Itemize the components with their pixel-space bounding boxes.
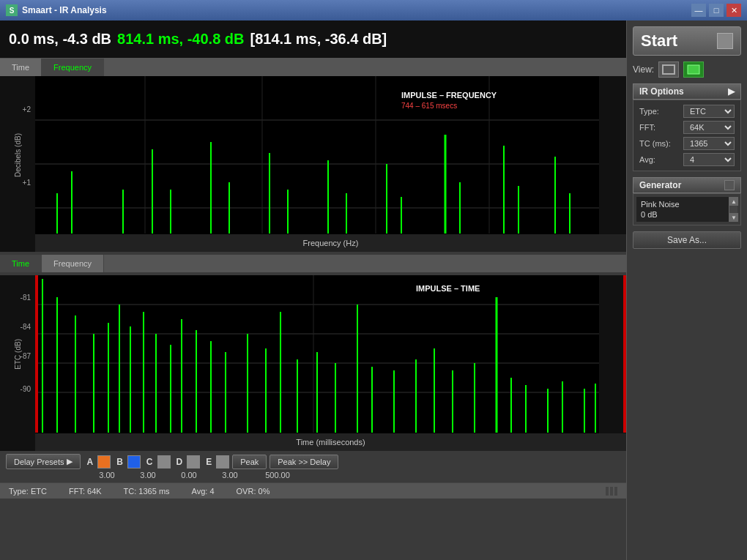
preset-a-color-button[interactable] xyxy=(97,455,111,468)
delay-presets-label: Delay Presets xyxy=(14,458,64,466)
view-btn-outline[interactable] xyxy=(658,61,679,78)
scroll-up-arrow[interactable]: ▲ xyxy=(729,197,738,206)
status-ovr: OVR: 0% xyxy=(237,487,270,496)
preset-d-group: D xyxy=(174,455,201,468)
top-chart-x-label: Frequency (Hz) xyxy=(35,234,626,252)
tc-label: TC (ms): xyxy=(639,139,671,148)
ir-options-label: IR Options xyxy=(639,86,684,97)
fft-row: FFT: 64K xyxy=(636,119,737,135)
type-row: Type: ETC xyxy=(636,103,737,119)
fft-label: FFT: xyxy=(639,123,655,132)
peak-button[interactable]: Peak xyxy=(232,455,267,469)
top-tab-frequency[interactable]: Frequency xyxy=(42,59,104,76)
generator-checkbox[interactable] xyxy=(724,180,735,190)
peak-delay-button[interactable]: Peak >> Delay xyxy=(270,455,338,469)
delay-presets-button[interactable]: Delay Presets ▶ xyxy=(6,454,81,469)
display-part3: [814.1 ms, -36.4 dB] xyxy=(250,31,387,48)
ir-options-header[interactable]: IR Options ▶ xyxy=(633,83,741,100)
bottom-chart: ETC (dB) -81 -84 -87 -90 xyxy=(0,275,626,451)
ir-options-section: IR Options ▶ Type: ETC FFT: 64K TC xyxy=(633,83,741,171)
titlebar-controls: — □ ✕ xyxy=(691,4,741,17)
statusbar: Type: ETC FFT: 64K TC: 1365 ms Avg: 4 OV… xyxy=(0,482,626,499)
preset-d-color-button[interactable] xyxy=(187,455,200,468)
preset-e-value: 500.00 xyxy=(252,471,303,479)
preset-b-color-button[interactable] xyxy=(127,455,141,468)
close-button[interactable]: ✕ xyxy=(726,4,741,17)
preset-a-group: A xyxy=(83,455,111,468)
preset-b-label: B xyxy=(114,455,126,468)
preset-e-group: E xyxy=(203,455,229,468)
measurement-display: 0.0 ms, -4.3 dB 814.1 ms, -40.8 dB [814.… xyxy=(0,20,626,59)
top-tab-time[interactable]: Time xyxy=(0,59,42,76)
svg-rect-74 xyxy=(663,65,674,74)
delay-presets-arrow: ▶ xyxy=(67,457,73,466)
preset-c-group: C xyxy=(144,455,171,468)
ir-options-arrow: ▶ xyxy=(728,86,735,97)
main-content: 0.0 ms, -4.3 dB 814.1 ms, -40.8 dB [814.… xyxy=(0,20,747,560)
titlebar-title: Smaart - IR Analysis xyxy=(22,5,107,15)
avg-label: Avg: xyxy=(639,155,655,164)
bottom-tab-frequency[interactable]: Frequency xyxy=(42,255,104,272)
value-row: 3.00 3.00 0.00 3.00 500.00 xyxy=(6,471,620,479)
avg-select[interactable]: 4 xyxy=(683,153,735,166)
ir-options-body: Type: ETC FFT: 64K TC (ms): 1365 xyxy=(633,100,741,171)
preset-a-label: A xyxy=(83,455,96,468)
view-filled-icon xyxy=(687,64,700,75)
generator-scrollbar[interactable]: ▲ ▼ xyxy=(729,197,737,222)
svg-text:744 – 615 msecs: 744 – 615 msecs xyxy=(401,102,457,110)
preset-c-value: 0.00 xyxy=(170,471,208,479)
bottom-chart-y-label: ETC (dB) xyxy=(14,339,22,370)
minimize-button[interactable]: — xyxy=(691,4,706,17)
titlebar: S Smaart - IR Analysis — □ ✕ xyxy=(0,0,747,20)
top-chart-container: Time Frequency Decibels (dB) +2 +1 xyxy=(0,59,626,252)
start-label: Start xyxy=(641,31,677,51)
top-chart-tabs: Time Frequency xyxy=(0,59,626,76)
svg-text:IMPULSE – FREQUENCY: IMPULSE – FREQUENCY xyxy=(401,91,497,100)
generator-type: Pink Noise xyxy=(641,200,726,209)
display-part1: 0.0 ms, -4.3 dB xyxy=(9,31,111,48)
scroll-track xyxy=(729,206,737,213)
tc-select[interactable]: 1365 xyxy=(683,137,735,150)
preset-a-value: 3.00 xyxy=(88,471,126,479)
start-button[interactable]: Start xyxy=(633,26,741,56)
left-panel: 0.0 ms, -4.3 dB 814.1 ms, -40.8 dB [814.… xyxy=(0,20,626,560)
status-type: Type: ETC xyxy=(9,487,47,496)
avg-row: Avg: 4 xyxy=(636,152,737,168)
type-label: Type: xyxy=(639,107,659,116)
start-square-icon xyxy=(717,33,733,49)
view-btn-filled[interactable] xyxy=(683,61,704,78)
status-tc: TC: 1365 ms xyxy=(124,487,170,496)
generator-header[interactable]: Generator xyxy=(633,177,741,193)
type-select[interactable]: ETC xyxy=(683,105,735,118)
preset-row: Delay Presets ▶ A B C xyxy=(6,454,620,469)
preset-e-color-button[interactable] xyxy=(216,455,229,468)
bottom-chart-tabs: Time Frequency xyxy=(0,255,626,272)
view-label: View: xyxy=(633,64,654,75)
status-avg: Avg: 4 xyxy=(192,487,215,496)
save-as-button[interactable]: Save As... xyxy=(633,231,741,249)
top-chart-svg: 5k 6k 7k 8k IMPULSE – FREQUENCY 744 – 61… xyxy=(35,76,599,252)
preset-c-color-button[interactable] xyxy=(157,455,171,468)
preset-b-value: 3.00 xyxy=(129,471,167,479)
top-chart-y-label: Decibels (dB) xyxy=(14,133,22,177)
preset-c-label: C xyxy=(144,455,156,468)
maximize-button[interactable]: □ xyxy=(709,4,724,17)
preset-d-label: D xyxy=(174,455,186,468)
fft-select[interactable]: 64K xyxy=(683,121,735,134)
view-outline-icon xyxy=(662,64,675,75)
status-fft: FFT: 64K xyxy=(69,487,102,496)
preset-b-group: B xyxy=(114,455,141,468)
app-icon: S xyxy=(6,4,18,16)
generator-content: Pink Noise 0 dB ▲ ▼ xyxy=(636,197,737,222)
generator-level: 0 dB xyxy=(641,210,726,219)
top-chart: Decibels (dB) +2 +1 xyxy=(0,76,626,252)
tc-row: TC (ms): 1365 xyxy=(636,135,737,152)
bottom-chart-svg: 750 800 IMPULSE – TIME xyxy=(35,275,599,451)
preset-e-label: E xyxy=(203,455,215,468)
generator-section: Generator Pink Noise 0 dB ▲ ▼ xyxy=(633,177,741,225)
bottom-chart-container: Time Frequency ETC (dB) -81 -84 -87 -90 xyxy=(0,255,626,451)
display-part2: 814.1 ms, -40.8 dB xyxy=(117,31,244,48)
bottom-tab-time[interactable]: Time xyxy=(0,255,42,272)
scroll-down-arrow[interactable]: ▼ xyxy=(729,213,738,222)
generator-label: Generator xyxy=(639,180,681,190)
